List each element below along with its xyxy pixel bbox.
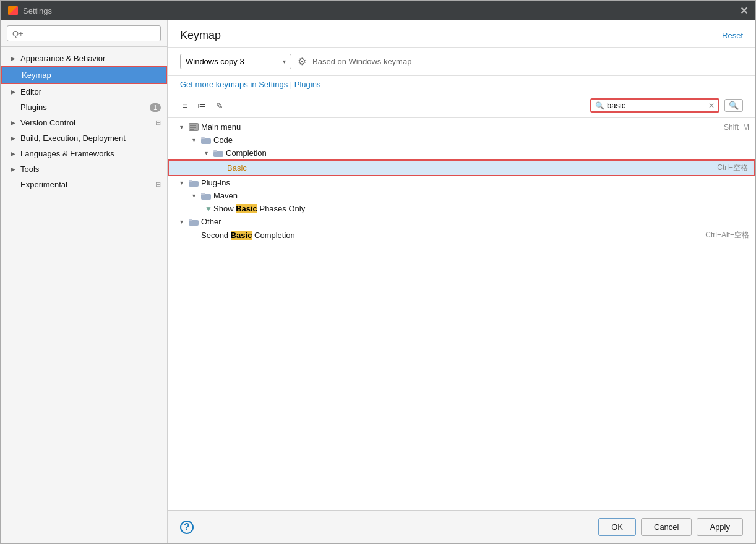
sidebar-item-label: Experimental xyxy=(20,180,67,189)
tree-item-label: Other xyxy=(201,217,749,226)
svg-rect-14 xyxy=(189,219,192,221)
sidebar-item-keymap[interactable]: Keymap xyxy=(1,66,167,84)
tree-item-completion[interactable]: ▾ Completion xyxy=(168,147,755,159)
highlight-basic: Basic xyxy=(231,231,252,240)
experimental-icon: ⊞ xyxy=(155,181,161,189)
tree-item-label: Basic xyxy=(227,163,717,172)
edit-shortcut-button[interactable]: ✎ xyxy=(213,100,226,112)
folder-icon xyxy=(189,179,199,187)
keymap-controls: Windows copy 3 ▾ ⚙ Based on Windows keym… xyxy=(168,48,755,76)
arrow-icon: ▶ xyxy=(11,119,17,126)
collapse-all-button[interactable]: ≔ xyxy=(195,100,208,112)
sidebar-item-experimental[interactable]: Experimental ⊞ xyxy=(1,177,167,192)
window-title: Settings xyxy=(23,6,52,15)
chevron-down-icon: ▾ xyxy=(180,124,189,130)
get-more-keymaps-link[interactable]: Get more keymaps in Settings | Plugins xyxy=(180,80,320,89)
chevron-down-icon: ▾ xyxy=(180,179,189,186)
tree-item-show-basic-phases[interactable]: ▼ Show Basic Phases Only xyxy=(168,202,755,215)
tree-item-second-basic-completion[interactable]: Second Basic Completion Ctrl+Alt+空格 xyxy=(168,228,755,242)
sidebar-item-label: Appearance & Behavior xyxy=(20,54,105,63)
search-clear-icon[interactable]: ✕ xyxy=(708,101,715,110)
expand-all-icon: ≡ xyxy=(183,101,187,111)
tree-item-code[interactable]: ▾ Code xyxy=(168,134,755,147)
arrow-icon: ▶ xyxy=(11,88,17,95)
sidebar-item-version-control[interactable]: ▶ Version Control ⊞ xyxy=(1,115,167,130)
chevron-down-icon: ▾ xyxy=(283,58,286,65)
svg-rect-13 xyxy=(189,220,199,226)
plugins-badge: 1 xyxy=(150,103,161,112)
sidebar-item-editor[interactable]: ▶ Editor xyxy=(1,84,167,100)
apply-button[interactable]: Apply xyxy=(697,518,743,536)
arrow-icon: ▶ xyxy=(11,166,17,172)
svg-rect-2 xyxy=(190,125,196,126)
folder-icon xyxy=(213,150,223,157)
sidebar-search-input[interactable] xyxy=(7,25,161,41)
chevron-down-icon: ▾ xyxy=(180,218,189,225)
vcs-icon: ⊞ xyxy=(155,119,161,127)
title-bar-left: Settings xyxy=(8,6,52,15)
sidebar-item-label: Build, Execution, Deployment xyxy=(20,134,126,143)
sidebar-item-build[interactable]: ▶ Build, Execution, Deployment xyxy=(1,130,167,146)
tree-item-basic[interactable]: Basic Ctrl+空格 xyxy=(168,159,755,176)
chevron-down-icon: ▾ xyxy=(192,137,201,143)
tree-item-label: Completion xyxy=(226,148,749,158)
sidebar-item-label: Keymap xyxy=(22,70,51,80)
search-input[interactable] xyxy=(607,101,706,110)
cancel-button[interactable]: Cancel xyxy=(641,518,692,536)
help-button[interactable]: ? xyxy=(180,521,194,534)
svg-rect-8 xyxy=(213,150,217,152)
find-usages-icon: 🔍 xyxy=(729,101,739,110)
keymap-dropdown[interactable]: Windows copy 3 ▾ xyxy=(180,54,291,69)
sidebar-nav: ▶ Appearance & Behavior Keymap ▶ Editor … xyxy=(1,47,167,543)
find-usages-button[interactable]: 🔍 xyxy=(724,99,743,112)
settings-window: Settings ✕ ▶ Appearance & Behavior Keyma… xyxy=(0,0,756,544)
collapse-all-icon: ≔ xyxy=(197,101,206,111)
tree-item-other[interactable]: ▾ Other xyxy=(168,215,755,228)
tree-item-shortcut: Ctrl+Alt+空格 xyxy=(705,230,749,240)
search-icon: 🔍 xyxy=(595,101,604,110)
chevron-down-icon: ▾ xyxy=(192,192,201,199)
ok-button[interactable]: OK xyxy=(598,518,636,536)
folder-icon xyxy=(201,137,211,144)
chevron-down-icon: ▾ xyxy=(205,150,213,156)
sidebar: ▶ Appearance & Behavior Keymap ▶ Editor … xyxy=(1,20,168,543)
gear-icon[interactable]: ⚙ xyxy=(298,56,306,67)
filter-icon: ▼ xyxy=(205,205,213,213)
tree-item-shortcut: Ctrl+空格 xyxy=(717,163,748,173)
tree-item-label: Code xyxy=(213,135,749,145)
expand-all-button[interactable]: ≡ xyxy=(180,100,190,112)
sidebar-item-label: Tools xyxy=(20,164,39,174)
toolbar: ≡ ≔ ✎ 🔍 ✕ 🔍 xyxy=(168,93,755,118)
svg-rect-7 xyxy=(213,151,223,157)
tree-container: ▾ Main menu Shift+M ▾ xyxy=(168,118,755,510)
tree-item-label: Maven xyxy=(213,191,749,200)
tree-item-shortcut: Shift+M xyxy=(724,123,749,132)
title-bar: Settings ✕ xyxy=(1,1,755,20)
close-button[interactable]: ✕ xyxy=(740,5,748,17)
tree-item-label: Second Basic Completion xyxy=(201,231,705,240)
search-box: 🔍 ✕ xyxy=(590,98,719,113)
based-on-label: Based on Windows keymap xyxy=(312,57,411,66)
svg-rect-4 xyxy=(190,129,194,130)
basic-label: Basic xyxy=(227,163,247,172)
svg-rect-11 xyxy=(201,194,211,200)
tree-item-main-menu[interactable]: ▾ Main menu Shift+M xyxy=(168,121,755,134)
reset-button[interactable]: Reset xyxy=(722,31,743,40)
keymap-dropdown-value: Windows copy 3 xyxy=(186,57,279,66)
arrow-icon: ▶ xyxy=(11,150,17,157)
sidebar-item-appearance[interactable]: ▶ Appearance & Behavior xyxy=(1,51,167,66)
sidebar-item-plugins[interactable]: Plugins 1 xyxy=(1,100,167,115)
arrow-icon: ▶ xyxy=(11,55,17,62)
sidebar-item-tools[interactable]: ▶ Tools xyxy=(1,161,167,177)
svg-rect-6 xyxy=(201,137,205,139)
sidebar-search-container xyxy=(1,20,167,47)
sidebar-item-label: Plugins xyxy=(20,103,47,112)
tree-item-label: Show Basic Phases Only xyxy=(213,204,749,213)
arrow-icon: ▶ xyxy=(11,135,17,142)
tree-item-plug-ins[interactable]: ▾ Plug-ins xyxy=(168,176,755,189)
main-layout: ▶ Appearance & Behavior Keymap ▶ Editor … xyxy=(1,20,755,543)
tree-item-maven[interactable]: ▾ Maven xyxy=(168,189,755,202)
sidebar-item-languages[interactable]: ▶ Languages & Frameworks xyxy=(1,146,167,161)
get-more-keymaps-bar: Get more keymaps in Settings | Plugins xyxy=(168,76,755,93)
svg-rect-5 xyxy=(201,138,211,144)
